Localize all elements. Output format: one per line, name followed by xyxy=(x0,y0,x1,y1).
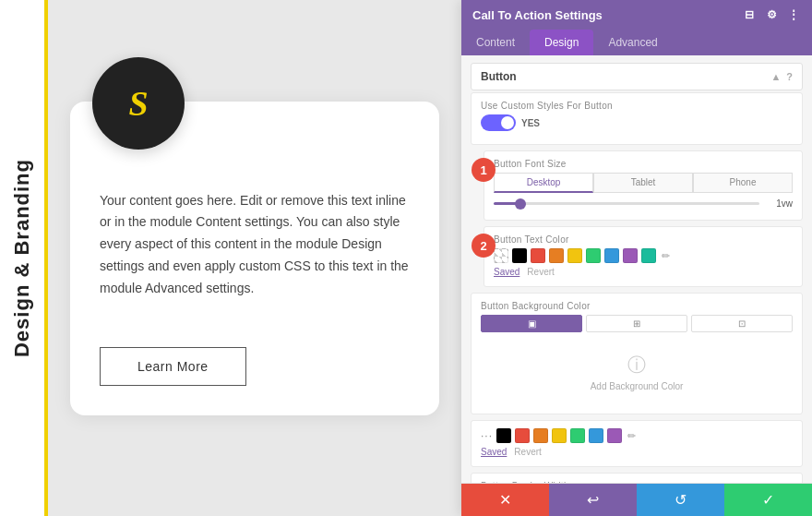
border-color-edit-icon[interactable]: ✏ xyxy=(627,430,636,442)
device-tab-desktop[interactable]: Desktop xyxy=(494,173,593,193)
color-swatch-transparent[interactable] xyxy=(494,248,508,263)
panel-header: Call To Action Settings ⊟ ⚙ ⋮ xyxy=(461,0,812,30)
save-button[interactable]: ✓ xyxy=(724,484,812,516)
panel-footer: ✕ ↩ ↺ ✓ xyxy=(461,483,812,516)
color-swatch-blue[interactable] xyxy=(604,248,619,263)
border-width-field: Button Border Width 0px xyxy=(471,473,803,483)
font-size-label: Button Font Size xyxy=(494,159,793,169)
color-edit-icon[interactable]: ✏ xyxy=(662,250,670,262)
card: S Your content goes here. Edit or remove… xyxy=(70,102,439,415)
step-1-badge: 1 xyxy=(472,158,496,182)
add-bg-button[interactable]: ⓘ Add Background Color xyxy=(481,338,793,406)
font-size-slider-track[interactable] xyxy=(494,202,759,205)
vertical-label-container: Design & Branding xyxy=(0,0,48,516)
text-color-label: Button Text Color xyxy=(494,234,793,245)
minimize-icon[interactable]: ⊟ xyxy=(742,7,757,22)
color-swatch-purple[interactable] xyxy=(623,248,638,263)
card-top: Your content goes here. Edit or remove t… xyxy=(100,183,410,300)
color-swatch-black[interactable] xyxy=(512,248,527,263)
font-size-field: Button Font Size Desktop Tablet Phone 1v… xyxy=(484,150,803,221)
toggle-row: YES xyxy=(481,114,793,131)
text-color-saved-row: Saved Revert xyxy=(494,267,793,277)
text-color-row: ✏ xyxy=(494,248,793,263)
text-color-field: Button Text Color ✏ Saved Revert xyxy=(484,226,803,287)
redo-icon: ↺ xyxy=(675,491,687,509)
logo-wrap: S xyxy=(92,57,185,150)
border-color-orange[interactable] xyxy=(533,428,548,443)
dots-icon: ··· xyxy=(481,429,493,442)
custom-style-toggle[interactable] xyxy=(481,114,516,131)
text-color-section: 2 Button Text Color ✏ Saved xyxy=(484,226,803,287)
color-swatch-yellow[interactable] xyxy=(567,248,582,263)
border-color-green[interactable] xyxy=(570,428,585,443)
undo-button[interactable]: ↩ xyxy=(549,484,637,516)
close-icon: ✕ xyxy=(499,491,511,509)
logo-letter: S xyxy=(128,86,148,121)
save-icon: ✓ xyxy=(762,491,774,509)
border-color-row-top: ··· ✏ xyxy=(481,428,793,443)
vertical-label-text: Design & Branding xyxy=(10,159,34,357)
border-revert-btn[interactable]: Revert xyxy=(514,447,541,457)
border-color-black[interactable] xyxy=(496,428,511,443)
panel-body: Button ▲ ? Use Custom Styles For Button … xyxy=(461,55,812,483)
border-width-and-color-field: ··· ✏ Saved Revert xyxy=(471,420,803,467)
panel-tabs: Content Design Advanced xyxy=(461,30,812,55)
more-options-icon[interactable]: ⋮ xyxy=(786,7,801,22)
collapse-icon[interactable]: ▲ xyxy=(770,71,781,82)
panel-title: Call To Action Settings xyxy=(472,8,603,22)
button-section-title: Button xyxy=(481,70,517,83)
logo-circle: S xyxy=(92,57,185,150)
bg-color-label: Button Background Color xyxy=(481,301,793,311)
toggle-knob xyxy=(501,116,514,129)
button-section-header: Button ▲ ? xyxy=(471,63,803,90)
tab-advanced[interactable]: Advanced xyxy=(593,30,672,55)
settings-panel: Call To Action Settings ⊟ ⚙ ⋮ Content De… xyxy=(461,0,812,516)
text-color-revert-btn[interactable]: Revert xyxy=(527,267,554,277)
device-tab-phone[interactable]: Phone xyxy=(693,173,793,193)
font-size-slider-thumb[interactable] xyxy=(515,198,526,210)
bg-color-field: Button Background Color ▣ ⊞ ⊡ ⓘ Add Back… xyxy=(471,293,803,414)
font-size-value: 1vw xyxy=(765,198,793,209)
section-header-icons: ▲ ? xyxy=(770,71,793,82)
left-panel: Design & Branding S Your content goes he… xyxy=(0,0,461,516)
color-swatch-red[interactable] xyxy=(531,248,545,263)
bg-tab-1[interactable]: ▣ xyxy=(481,315,582,332)
toggle-label: YES xyxy=(521,118,540,128)
bg-tab-3[interactable]: ⊡ xyxy=(691,315,793,332)
device-tab-tablet[interactable]: Tablet xyxy=(593,173,693,193)
font-size-slider-row: 1vw xyxy=(494,198,793,209)
learn-more-button[interactable]: Learn More xyxy=(100,347,246,386)
redo-button[interactable]: ↺ xyxy=(637,484,724,516)
border-color-red[interactable] xyxy=(515,428,530,443)
card-content-text: Your content goes here. Edit or remove t… xyxy=(100,190,410,300)
panel-header-icons: ⊟ ⚙ ⋮ xyxy=(742,7,801,22)
device-tabs: Desktop Tablet Phone xyxy=(494,173,793,193)
settings-gear-icon[interactable]: ⚙ xyxy=(764,7,779,22)
add-bg-icon: ⓘ xyxy=(627,353,646,378)
undo-icon: ↩ xyxy=(587,491,599,509)
tab-design[interactable]: Design xyxy=(530,30,593,55)
help-icon[interactable]: ? xyxy=(786,71,793,82)
add-bg-label: Add Background Color xyxy=(591,381,684,391)
custom-style-label: Use Custom Styles For Button xyxy=(481,101,793,111)
border-color-yellow[interactable] xyxy=(552,428,567,443)
border-color-purple[interactable] xyxy=(607,428,622,443)
color-swatch-orange[interactable] xyxy=(549,248,564,263)
color-swatch-green[interactable] xyxy=(586,248,601,263)
border-color-blue[interactable] xyxy=(589,428,603,443)
custom-style-field: Use Custom Styles For Button YES xyxy=(471,92,803,145)
text-color-saved-btn[interactable]: Saved xyxy=(494,267,519,277)
font-size-section: 1 Button Font Size Desktop Tablet Phone … xyxy=(484,150,803,221)
border-saved-btn[interactable]: Saved xyxy=(481,447,507,457)
bg-tab-2[interactable]: ⊞ xyxy=(586,315,687,332)
close-button[interactable]: ✕ xyxy=(461,484,549,516)
bg-tabs: ▣ ⊞ ⊡ xyxy=(481,315,793,332)
tab-content[interactable]: Content xyxy=(461,30,530,55)
border-saved-row: Saved Revert xyxy=(481,447,793,457)
color-swatch-teal[interactable] xyxy=(641,248,656,263)
step-2-badge: 2 xyxy=(472,234,496,258)
